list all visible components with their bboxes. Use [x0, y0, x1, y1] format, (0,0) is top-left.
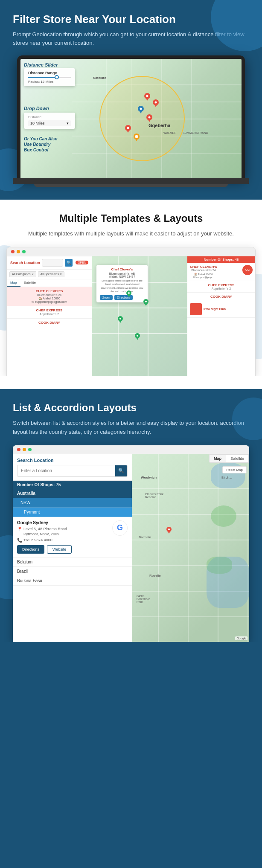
sl-map-area: Chef Clever's Bluemountain's, ABAlabel, … — [92, 256, 187, 376]
map-tab-satellite[interactable]: Satellite — [226, 455, 249, 462]
acc-store-name: Google Sydney — [17, 520, 109, 525]
acc-store-info: Google Sydney 📍 Level 5, 48 Pirrama Road… — [17, 520, 109, 554]
map-park — [211, 505, 236, 527]
popup-store-name: Chef Clever's — [100, 267, 144, 271]
browser-outer: Search Location 🔍 OPEN All Categories ∨ … — [6, 247, 256, 376]
map-pin — [146, 114, 152, 122]
map-road — [148, 256, 148, 376]
list-item: CHEF CLEVER'S Bluemountain's 24 🏠 Alabel… — [187, 263, 255, 281]
sl-brand-label: Search Location — [10, 261, 40, 265]
dropdown-value[interactable]: 10 Miles ▾ — [28, 120, 71, 126]
website-button[interactable]: Website — [47, 545, 72, 554]
acc-country-belgium[interactable]: Belgium — [13, 557, 132, 567]
slider-track[interactable] — [28, 77, 71, 78]
directions-button[interactable]: Directions — [17, 545, 44, 554]
sl-search-bar: Search Location 🔍 OPEN — [10, 259, 88, 267]
map-road — [191, 59, 192, 178]
store-thumbnail — [190, 303, 202, 315]
store-addr: Bluemountain's 24 — [9, 293, 89, 296]
acc-search-button[interactable]: 🔍 — [115, 465, 127, 476]
rp-store-name: Irma Night Club — [204, 308, 226, 311]
svg-point-22 — [119, 318, 121, 319]
browser-content: Search Location 🔍 OPEN All Categories ∨ … — [7, 256, 255, 376]
rp-store-addr: Bluemountain's 24 — [190, 269, 217, 272]
dot-red — [11, 250, 15, 253]
map-label: Birch... — [221, 476, 232, 479]
map-label-city: Gqeberha — [148, 123, 170, 128]
map-pin — [143, 299, 148, 306]
dropdown-panel: Distance 10 Miles ▾ — [24, 113, 75, 129]
list-item: Irma Night Club — [187, 301, 255, 318]
map-road — [92, 308, 187, 308]
svg-marker-32 — [168, 531, 171, 534]
accordion-left-panel: Search Location 🔍 Number Of Shops: 75 Au… — [13, 454, 132, 642]
svg-point-10 — [148, 116, 151, 119]
acc-search-input[interactable] — [17, 467, 115, 475]
map-label-walmer: WALMER — [163, 131, 176, 134]
list-item: COOK DIARY — [187, 293, 255, 301]
svg-marker-29 — [136, 337, 139, 340]
dot-green — [22, 250, 26, 253]
acc-store-addr: 📍 Level 5, 48 Pirrama RoadPyrmont, NSW, … — [17, 526, 109, 537]
google-watermark: Google — [235, 636, 247, 640]
map-tab-map[interactable]: Map — [210, 455, 226, 462]
store-name: CHEF EXPRESS — [9, 308, 89, 312]
slider-thumb — [55, 75, 59, 79]
sl-tab-map[interactable]: Map — [7, 279, 20, 287]
map-pin — [144, 93, 150, 101]
acc-state-nsw[interactable]: NSW — [13, 498, 132, 508]
dot-yellow — [17, 250, 20, 253]
svg-marker-11 — [148, 119, 151, 122]
sl-store-list: CHEF CLEVER'S Bluemountain's 24 🏠 Alabel… — [7, 287, 92, 376]
browser-mockup-accordion: Search Location 🔍 Number Of Shops: 75 Au… — [9, 445, 253, 642]
map-label: Clarke's PointReserve — [145, 493, 163, 499]
browser-mockup-templates: Search Location 🔍 OPEN All Categories ∨ … — [0, 247, 262, 376]
acc-search-header: Search Location 🔍 — [13, 454, 132, 481]
section-gap — [0, 376, 262, 389]
laptop-base — [13, 178, 249, 184]
rp-store-logo: CC — [242, 265, 253, 275]
rp-count-header: Number Of Shops: 46 — [187, 256, 255, 263]
map-label-summerstrand: SUMMERSTRAND — [183, 131, 208, 134]
section-templates: Multiple Templates & Layouts Multiple te… — [0, 200, 262, 376]
acc-search-title: Search Location — [17, 458, 128, 463]
map-label: Balmain — [139, 535, 151, 539]
dot-yellow — [23, 448, 26, 451]
acc-store-entry: Google Sydney 📍 Level 5, 48 Pirrama Road… — [13, 517, 132, 557]
acc-count: Number Of Shops: 75 — [13, 481, 132, 489]
rp-store-meta: 🏠 Alabel 10000✉ support@pop... — [190, 273, 217, 279]
sl-search-input[interactable] — [42, 259, 63, 267]
svg-marker-23 — [119, 320, 122, 323]
laptop-stand — [34, 184, 228, 187]
map-park — [207, 557, 232, 574]
sl-category-filter[interactable]: All Categories ∨ — [9, 271, 36, 277]
svg-point-4 — [155, 102, 157, 104]
browser-bar — [7, 247, 255, 256]
acc-addr-text: Level 5, 48 Pirrama RoadPyrmont, NSW, 20… — [23, 526, 67, 537]
acc-country-burkina-faso[interactable]: Burkina Faso — [13, 576, 132, 586]
popup-buttons: Zoom Directions — [100, 295, 144, 300]
list-item: CHEF EXPRESS Appellation's 2 — [7, 306, 92, 319]
sl-tab-satellite[interactable]: Satellite — [20, 279, 39, 287]
sl-search-button[interactable]: 🔍 — [65, 259, 73, 267]
map-label-satellite: Satellite — [93, 76, 106, 80]
chevron-down-icon: ▾ — [67, 121, 69, 125]
rp-store-addr: Appellation's 2 — [190, 287, 253, 290]
svg-marker-20 — [128, 295, 131, 297]
svg-point-16 — [135, 135, 138, 138]
accordion-content: Search Location 🔍 Number Of Shops: 75 Au… — [13, 454, 249, 642]
acc-city-pyrmont[interactable]: Pyrmont — [13, 508, 132, 517]
sl-specialty-filter[interactable]: All Specialties ∨ — [38, 271, 65, 277]
reset-map-button[interactable]: Reset Map — [222, 466, 247, 473]
popup-desc: Life's good when you get to dive the fin… — [100, 279, 144, 293]
popup-zoom-btn[interactable]: Zoom — [100, 295, 113, 300]
store-name: COOK DIARY — [9, 321, 89, 325]
acc-country-australia[interactable]: Australia — [13, 489, 132, 498]
acc-store-phone: 📞 +61 2 9374 4000 — [17, 538, 109, 543]
acc-country-brazil[interactable]: Brazil — [13, 567, 132, 576]
laptop-screen: Distance Slider Distance Range Radius: 1… — [20, 59, 242, 178]
map-radius-circle — [99, 76, 185, 161]
store-name: CHEF CLEVER'S — [9, 289, 89, 293]
sl-open-toggle[interactable]: OPEN — [76, 261, 88, 264]
map-road — [132, 540, 249, 540]
